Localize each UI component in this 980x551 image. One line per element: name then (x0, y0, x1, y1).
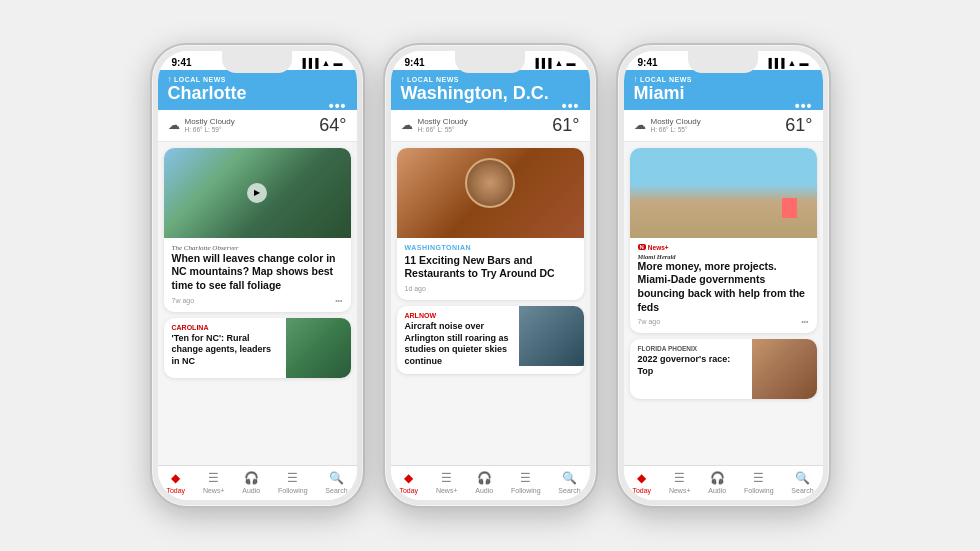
weather-sub-charlotte: H: 66° L: 59° (185, 126, 235, 133)
card-image-washington (397, 148, 584, 238)
weather-desc-washington: Mostly Cloudy (418, 117, 468, 126)
city-title-washington: Washington, D.C. (401, 84, 580, 104)
headline-miami: More money, more projects. Miami-Dade go… (638, 260, 809, 315)
card-image-charlotte: ▶ (164, 148, 351, 238)
tab-search-label-dc: Search (558, 487, 580, 494)
app-header-charlotte: LOCAL NEWS Charlotte ••• (158, 70, 357, 110)
main-card-washington[interactable]: WASHINGTONIAN 11 Exciting New Bars and R… (397, 148, 584, 300)
newsplus-badge-miami: News+ (638, 244, 809, 251)
audio-icon: 🎧 (244, 471, 259, 485)
tab-following-label-dc: Following (511, 487, 541, 494)
secondary-image-charlotte (286, 318, 351, 378)
weather-desc-charlotte: Mostly Cloudy (185, 117, 235, 126)
search-icon-charlotte: 🔍 (329, 471, 344, 485)
tab-search-label-miami: Search (791, 487, 813, 494)
tab-today-washington[interactable]: ◆ Today (399, 471, 418, 494)
app-header-miami: LOCAL NEWS Miami ••• (624, 70, 823, 110)
tab-today-label: Today (166, 487, 185, 494)
status-icons-miami: ▐▐▐ ▲ ▬ (765, 58, 808, 68)
dots-charlotte: ••• (335, 297, 342, 304)
weather-bar-charlotte: ☁ Mostly Cloudy H: 66° L: 59° 64° (158, 110, 357, 142)
weather-left-washington: ☁ Mostly Cloudy H: 66° L: 55° (401, 117, 468, 133)
more-button-charlotte[interactable]: ••• (329, 98, 347, 114)
weather-temp-charlotte: 64° (319, 115, 346, 136)
card-meta-washington: 1d ago (405, 285, 576, 292)
secondary-text-washington: ARLNOW Aircraft noise over Arlington sti… (397, 306, 519, 374)
tab-newsplus-charlotte[interactable]: ☰ News+ (203, 471, 225, 494)
signal-icon-dc: ▐▐▐ (532, 58, 551, 68)
secondary-card-charlotte[interactable]: CAROLINA 'Ten for NC': Rural change agen… (164, 318, 351, 378)
card-meta-charlotte: 7w ago ••• (172, 297, 343, 304)
notch-charlotte (222, 51, 292, 73)
tab-newsplus-label: News+ (203, 487, 225, 494)
tab-bar-miami: ◆ Today ☰ News+ 🎧 Audio ☰ Following 🔍 (624, 465, 823, 500)
tab-today-label-dc: Today (399, 487, 418, 494)
more-button-washington[interactable]: ••• (562, 98, 580, 114)
tab-newsplus-washington[interactable]: ☰ News+ (436, 471, 458, 494)
tab-audio-washington[interactable]: 🎧 Audio (475, 471, 493, 494)
secondary-card-miami[interactable]: FLORIDA PHOENIX 2022 governor's race: To… (630, 339, 817, 399)
today-icon-dc: ◆ (404, 471, 413, 485)
weather-bar-miami: ☁ Mostly Cloudy H: 66° L: 55° 61° (624, 110, 823, 142)
source-washington: WASHINGTONIAN (405, 244, 576, 251)
wifi-icon: ▲ (322, 58, 331, 68)
notch-miami (688, 51, 758, 73)
newsplus-icon-dc: ☰ (441, 471, 452, 485)
secondary-headline-charlotte: 'Ten for NC': Rural change agents, leade… (172, 333, 278, 368)
secondary-text-charlotte: CAROLINA 'Ten for NC': Rural change agen… (164, 318, 286, 378)
newsplus-icon: ☰ (208, 471, 219, 485)
secondary-image-miami (752, 339, 817, 399)
tab-today-charlotte[interactable]: ◆ Today (166, 471, 185, 494)
phones-container: 9:41 ▐▐▐ ▲ ▬ LOCAL NEWS Charlotte ••• ☁ (150, 43, 831, 508)
tab-today-miami[interactable]: ◆ Today (632, 471, 651, 494)
tab-audio-miami[interactable]: 🎧 Audio (708, 471, 726, 494)
tab-following-miami[interactable]: ☰ Following (744, 471, 774, 494)
tab-following-label-miami: Following (744, 487, 774, 494)
tab-search-charlotte[interactable]: 🔍 Search (325, 471, 347, 494)
tab-audio-label: Audio (242, 487, 260, 494)
time-miami: 9:41 (638, 57, 658, 68)
phone-washington: 9:41 ▐▐▐ ▲ ▬ LOCAL NEWS Washington, D.C.… (383, 43, 598, 508)
tab-today-label-miami: Today (632, 487, 651, 494)
signal-icon-miami: ▐▐▐ (765, 58, 784, 68)
secondary-image-washington (519, 306, 584, 366)
main-card-charlotte[interactable]: ▶ The Charlotte Observer When will leave… (164, 148, 351, 312)
today-icon: ◆ (171, 471, 180, 485)
following-icon: ☰ (287, 471, 298, 485)
signal-icon: ▐▐▐ (299, 58, 318, 68)
weather-left-miami: ☁ Mostly Cloudy H: 66° L: 55° (634, 117, 701, 133)
ago-charlotte: 7w ago (172, 297, 195, 304)
time-washington: 9:41 (405, 57, 425, 68)
phone-miami: 9:41 ▐▐▐ ▲ ▬ LOCAL NEWS Miami ••• ☁ Mo (616, 43, 831, 508)
cloud-icon-dc: ☁ (401, 118, 413, 132)
ago-washington: 1d ago (405, 285, 426, 292)
weather-sub-washington: H: 66° L: 55° (418, 126, 468, 133)
tab-following-washington[interactable]: ☰ Following (511, 471, 541, 494)
tab-audio-label-miami: Audio (708, 487, 726, 494)
tab-search-label: Search (325, 487, 347, 494)
tab-newsplus-miami[interactable]: ☰ News+ (669, 471, 691, 494)
time-charlotte: 9:41 (172, 57, 192, 68)
ago-miami: 7w ago (638, 318, 661, 325)
phone-charlotte: 9:41 ▐▐▐ ▲ ▬ LOCAL NEWS Charlotte ••• ☁ (150, 43, 365, 508)
tab-following-charlotte[interactable]: ☰ Following (278, 471, 308, 494)
more-button-miami[interactable]: ••• (795, 98, 813, 114)
card-body-washington: WASHINGTONIAN 11 Exciting New Bars and R… (397, 238, 584, 300)
weather-bar-washington: ☁ Mostly Cloudy H: 66° L: 55° 61° (391, 110, 590, 142)
tab-audio-charlotte[interactable]: 🎧 Audio (242, 471, 260, 494)
card-body-miami: News+ Miami Herald More money, more proj… (630, 238, 817, 334)
main-card-miami[interactable]: News+ Miami Herald More money, more proj… (630, 148, 817, 334)
secondary-text-miami: FLORIDA PHOENIX 2022 governor's race: To… (630, 339, 752, 399)
card-meta-miami: 7w ago ••• (638, 318, 809, 325)
tab-search-washington[interactable]: 🔍 Search (558, 471, 580, 494)
weather-left-charlotte: ☁ Mostly Cloudy H: 66° L: 59° (168, 117, 235, 133)
secondary-card-washington[interactable]: ARLNOW Aircraft noise over Arlington sti… (397, 306, 584, 374)
dots-miami: ••• (801, 318, 808, 325)
news-scroll-charlotte: ▶ The Charlotte Observer When will leave… (158, 142, 357, 465)
following-icon-dc: ☰ (520, 471, 531, 485)
newsplus-icon-miami: ☰ (674, 471, 685, 485)
tab-search-miami[interactable]: 🔍 Search (791, 471, 813, 494)
news-scroll-miami: News+ Miami Herald More money, more proj… (624, 142, 823, 465)
following-icon-miami: ☰ (753, 471, 764, 485)
today-icon-miami: ◆ (637, 471, 646, 485)
